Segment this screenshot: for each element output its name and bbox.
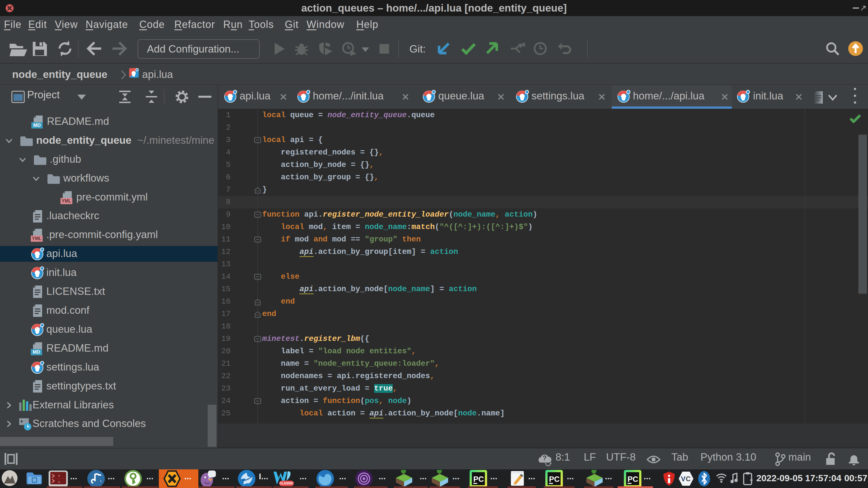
svg-text:?: ? — [542, 454, 547, 462]
svg-text:PC: PC — [473, 475, 484, 484]
svg-text:PC: PC — [627, 475, 638, 484]
svg-text:V: V — [681, 475, 685, 483]
svg-text:PC: PC — [549, 475, 560, 484]
svg-text:C: C — [686, 475, 690, 483]
